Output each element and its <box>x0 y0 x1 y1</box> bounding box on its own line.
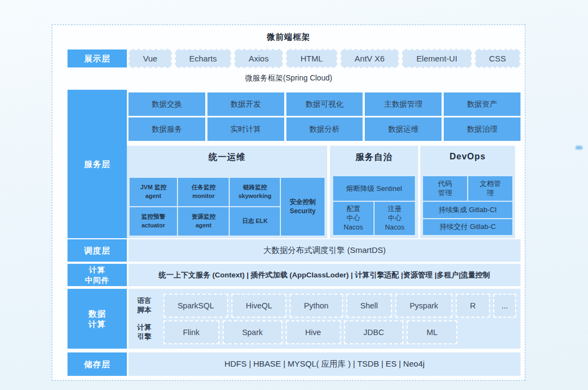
microservice-framework-label: 微服务框架(Spring Cloud) <box>52 73 525 83</box>
unified-ops-title: 统一运维 <box>127 152 327 163</box>
compute-panel: 语言 脚本 SparkSQL HiveQL Python Shell Pyspa… <box>128 289 520 349</box>
script-box-list: SparkSQL HiveQL Python Shell Pyspark R .… <box>163 294 516 318</box>
business-module-cell: 数据分析 <box>286 117 363 141</box>
security-control-tile: 安全控制 Security <box>281 178 324 236</box>
unified-ops-grid: JVM 监控 agent 任务监控 monitor 链路监控 skyworkin… <box>130 178 324 236</box>
business-module-column: 数据可视化 数据分析 <box>286 92 363 141</box>
devops-row-tile: 持续交付 Gitlab-C <box>423 219 512 236</box>
nacos-tile: 配置 中心 Nacos <box>333 202 373 235</box>
business-module-cell: 实时计算 <box>207 117 284 141</box>
layer-label-compute: 数据 计算 <box>68 289 127 349</box>
screen-artifact-dot <box>575 146 583 150</box>
engine-box: Hive <box>286 320 341 344</box>
engine-box-list: Flink Spark Hive JDBC ML <box>163 320 516 344</box>
devops-rows: 持续集成 Gitlab-CI 持续交付 Gitlab-C <box>423 202 512 235</box>
layer-label-storage: 储存层 <box>68 352 127 376</box>
scheduler-content: 大数据分布式调度引擎 (SmartDS) <box>128 239 520 262</box>
presentation-tech-box: Echarts <box>175 49 231 68</box>
layer-label-middleware: 计算 中间件 <box>68 264 127 286</box>
script-row: 语言 脚本 SparkSQL HiveQL Python Shell Pyspa… <box>137 294 516 318</box>
script-box: HiveQL <box>231 294 286 318</box>
sentinel-tile: 熔断降级 Sentinel <box>333 176 415 201</box>
presentation-tech-box: Vue <box>128 49 172 68</box>
business-module-column: 数据交换 数据服务 <box>128 92 205 141</box>
unified-ops-panel: 统一运维 JVM 监控 agent 任务监控 monitor 链路监控 skyw… <box>127 146 327 238</box>
service-autonomy-panel: 服务自治 熔断降级 Sentinel 配置 中心 Nacos 注册 中心 Nac… <box>330 146 418 238</box>
monitor-tile: 资源监控 agent <box>178 207 229 236</box>
monitor-tile: 监控预警 actuator <box>130 207 177 236</box>
script-box: Shell <box>346 294 393 318</box>
script-box: R <box>456 294 490 318</box>
monitor-tile: 日志 ELK <box>230 207 280 236</box>
presentation-tech-box: Element-UI <box>402 49 472 68</box>
business-module-column: 主数据管理 数据运维 <box>365 92 442 141</box>
business-module-cell: 数据交换 <box>128 92 205 116</box>
script-box: SparkSQL <box>163 294 228 318</box>
business-module-cell: 数据服务 <box>128 117 205 141</box>
monitor-tile: 任务监控 monitor <box>178 178 229 206</box>
business-module-column: 数据开发 实时计算 <box>207 92 284 141</box>
business-module-cell: 主数据管理 <box>365 92 442 116</box>
script-box: Pyspark <box>395 294 452 318</box>
engine-box: Spark <box>223 320 283 344</box>
script-row-label: 语言 脚本 <box>137 294 155 318</box>
layer-label-service: 服务层 <box>68 90 127 238</box>
monitor-tile: JVM 监控 agent <box>130 178 177 206</box>
business-module-grid: 数据交换 数据服务 数据开发 实时计算 数据可视化 数据分析 主数据管理 数据运… <box>128 92 520 141</box>
layer-label-presentation: 展示层 <box>68 49 127 67</box>
devops-tile: 文档管 理 <box>468 176 512 201</box>
presentation-tech-box: HTML <box>286 49 337 68</box>
nacos-cells: 配置 中心 Nacos 注册 中心 Nacos <box>333 202 415 235</box>
script-box: ... <box>493 294 516 318</box>
middleware-content: 统一上下文服务 (Context) | 插件式加载 (AppClassLoder… <box>128 264 520 286</box>
business-module-column: 数据资产 数据治理 <box>444 92 520 141</box>
presentation-tech-list: Vue Echarts Axios HTML AntV X6 Element-U… <box>128 49 520 68</box>
script-box: Python <box>290 294 343 318</box>
engine-box: JDBC <box>344 320 404 344</box>
service-autonomy-title: 服务自治 <box>330 152 418 163</box>
unified-ops-tiles: JVM 监控 agent 任务监控 monitor 链路监控 skyworkin… <box>130 178 280 236</box>
engine-box: Flink <box>163 320 219 344</box>
devops-cells: 代码 管理 文档管 理 <box>423 176 512 201</box>
presentation-tech-box: Axios <box>234 49 283 68</box>
page-title: 微前端框架 <box>52 32 525 42</box>
devops-title: DevOps <box>420 152 515 162</box>
business-module-cell: 数据治理 <box>444 117 520 141</box>
layer-label-scheduler: 调度层 <box>68 239 127 262</box>
nacos-tile: 注册 中心 Nacos <box>375 202 415 235</box>
engine-row-label: 计算 引擎 <box>137 320 155 344</box>
business-module-cell: 数据资产 <box>444 92 520 116</box>
devops-row-tile: 持续集成 Gitlab-CI <box>423 202 512 218</box>
business-module-cell: 数据运维 <box>365 117 442 141</box>
devops-tile: 代码 管理 <box>423 176 467 201</box>
business-module-cell: 数据开发 <box>207 92 284 116</box>
business-module-cell: 数据可视化 <box>286 92 363 116</box>
devops-panel: DevOps 代码 管理 文档管 理 持续集成 Gitlab-CI 持续交付 G… <box>420 146 515 238</box>
architecture-diagram-frame: 微前端框架 展示层 Vue Echarts Axios HTML AntV X6… <box>52 24 525 381</box>
engine-box: ML <box>407 320 457 344</box>
storage-content: HDFS | HBASE | MYSQL( 应用库 ) | TSDB | ES … <box>128 352 520 376</box>
engine-row: 计算 引擎 Flink Spark Hive JDBC ML <box>137 320 516 344</box>
monitor-tile: 链路监控 skyworking <box>230 178 280 206</box>
presentation-tech-box: CSS <box>475 49 520 68</box>
presentation-tech-box: AntV X6 <box>340 49 400 68</box>
